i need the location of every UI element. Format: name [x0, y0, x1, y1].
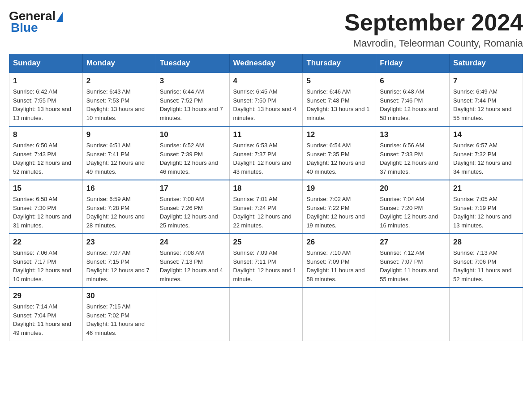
day-info: Sunrise: 7:08 AMSunset: 7:13 PMDaylight:… [160, 248, 226, 283]
day-info: Sunrise: 7:01 AMSunset: 7:24 PMDaylight:… [233, 195, 299, 230]
day-number: 7 [453, 77, 519, 86]
calendar-day-cell: 26 Sunrise: 7:10 AMSunset: 7:09 PMDaylig… [303, 234, 376, 287]
day-info: Sunrise: 6:46 AMSunset: 7:48 PMDaylight:… [306, 87, 372, 122]
calendar-table: SundayMondayTuesdayWednesdayThursdayFrid… [9, 54, 523, 341]
calendar-day-header: Monday [82, 54, 156, 73]
calendar-week-row: 8 Sunrise: 6:50 AMSunset: 7:43 PMDayligh… [9, 126, 523, 180]
day-number: 10 [160, 130, 226, 139]
calendar-day-cell: 9 Sunrise: 6:51 AMSunset: 7:41 PMDayligh… [82, 126, 156, 180]
day-number: 23 [86, 238, 152, 247]
calendar-day-cell: 3 Sunrise: 6:44 AMSunset: 7:52 PMDayligh… [156, 73, 229, 126]
month-title: September 2024 [344, 9, 523, 36]
day-info: Sunrise: 7:13 AMSunset: 7:06 PMDaylight:… [453, 248, 519, 283]
day-number: 28 [453, 238, 519, 247]
logo-blue-text: Blue [11, 21, 38, 34]
calendar-day-cell [303, 287, 376, 341]
calendar-day-cell: 16 Sunrise: 6:59 AMSunset: 7:28 PMDaylig… [82, 180, 156, 234]
calendar-day-cell: 25 Sunrise: 7:09 AMSunset: 7:11 PMDaylig… [229, 234, 303, 287]
calendar-day-cell [229, 287, 303, 341]
day-number: 1 [13, 77, 79, 86]
calendar-day-cell: 18 Sunrise: 7:01 AMSunset: 7:24 PMDaylig… [229, 180, 303, 234]
day-number: 2 [86, 77, 152, 86]
calendar-week-row: 15 Sunrise: 6:58 AMSunset: 7:30 PMDaylig… [9, 180, 523, 234]
calendar-day-cell: 5 Sunrise: 6:46 AMSunset: 7:48 PMDayligh… [303, 73, 376, 126]
day-info: Sunrise: 6:50 AMSunset: 7:43 PMDaylight:… [13, 141, 79, 176]
calendar-day-cell: 2 Sunrise: 6:43 AMSunset: 7:53 PMDayligh… [82, 73, 156, 126]
calendar-day-cell: 10 Sunrise: 6:52 AMSunset: 7:39 PMDaylig… [156, 126, 229, 180]
calendar-day-cell: 20 Sunrise: 7:04 AMSunset: 7:20 PMDaylig… [376, 180, 450, 234]
calendar-day-cell: 7 Sunrise: 6:49 AMSunset: 7:44 PMDayligh… [450, 73, 523, 126]
day-number: 24 [160, 238, 226, 247]
calendar-day-cell [450, 287, 523, 341]
day-number: 19 [306, 184, 372, 193]
logo-triangle-icon [56, 12, 63, 22]
day-info: Sunrise: 6:42 AMSunset: 7:55 PMDaylight:… [13, 87, 79, 122]
day-info: Sunrise: 7:04 AMSunset: 7:20 PMDaylight:… [380, 195, 446, 230]
calendar-day-cell: 19 Sunrise: 7:02 AMSunset: 7:22 PMDaylig… [303, 180, 376, 234]
title-section: September 2024 Mavrodin, Teleorman Count… [344, 9, 523, 49]
day-info: Sunrise: 6:45 AMSunset: 7:50 PMDaylight:… [233, 87, 299, 122]
day-info: Sunrise: 7:15 AMSunset: 7:02 PMDaylight:… [86, 302, 152, 337]
day-info: Sunrise: 7:07 AMSunset: 7:15 PMDaylight:… [86, 248, 152, 283]
day-info: Sunrise: 7:06 AMSunset: 7:17 PMDaylight:… [13, 248, 79, 283]
page-header: General Blue September 2024 Mavrodin, Te… [9, 9, 523, 49]
day-info: Sunrise: 6:49 AMSunset: 7:44 PMDaylight:… [453, 87, 519, 122]
calendar-day-cell: 12 Sunrise: 6:54 AMSunset: 7:35 PMDaylig… [303, 126, 376, 180]
day-info: Sunrise: 6:56 AMSunset: 7:33 PMDaylight:… [380, 141, 446, 176]
calendar-header-row: SundayMondayTuesdayWednesdayThursdayFrid… [9, 54, 523, 73]
calendar-day-header: Friday [376, 54, 450, 73]
day-number: 8 [13, 130, 79, 139]
calendar-day-cell [376, 287, 450, 341]
calendar-day-header: Tuesday [156, 54, 229, 73]
day-number: 3 [160, 77, 226, 86]
calendar-day-cell: 11 Sunrise: 6:53 AMSunset: 7:37 PMDaylig… [229, 126, 303, 180]
day-info: Sunrise: 7:05 AMSunset: 7:19 PMDaylight:… [453, 195, 519, 230]
day-info: Sunrise: 7:02 AMSunset: 7:22 PMDaylight:… [306, 195, 372, 230]
day-number: 27 [380, 238, 446, 247]
day-info: Sunrise: 6:48 AMSunset: 7:46 PMDaylight:… [380, 87, 446, 122]
day-info: Sunrise: 7:09 AMSunset: 7:11 PMDaylight:… [233, 248, 299, 283]
day-number: 22 [13, 238, 79, 247]
day-info: Sunrise: 7:10 AMSunset: 7:09 PMDaylight:… [306, 248, 372, 283]
calendar-day-cell: 21 Sunrise: 7:05 AMSunset: 7:19 PMDaylig… [450, 180, 523, 234]
calendar-day-cell: 28 Sunrise: 7:13 AMSunset: 7:06 PMDaylig… [450, 234, 523, 287]
day-number: 20 [380, 184, 446, 193]
day-info: Sunrise: 7:14 AMSunset: 7:04 PMDaylight:… [13, 302, 79, 337]
day-number: 14 [453, 130, 519, 139]
day-number: 25 [233, 238, 299, 247]
day-info: Sunrise: 6:43 AMSunset: 7:53 PMDaylight:… [86, 87, 152, 122]
calendar-day-cell: 24 Sunrise: 7:08 AMSunset: 7:13 PMDaylig… [156, 234, 229, 287]
calendar-day-cell: 15 Sunrise: 6:58 AMSunset: 7:30 PMDaylig… [9, 180, 83, 234]
calendar-day-cell: 13 Sunrise: 6:56 AMSunset: 7:33 PMDaylig… [376, 126, 450, 180]
calendar-day-cell: 14 Sunrise: 6:57 AMSunset: 7:32 PMDaylig… [450, 126, 523, 180]
day-info: Sunrise: 6:54 AMSunset: 7:35 PMDaylight:… [306, 141, 372, 176]
day-number: 5 [306, 77, 372, 86]
day-number: 13 [380, 130, 446, 139]
calendar-day-cell: 8 Sunrise: 6:50 AMSunset: 7:43 PMDayligh… [9, 126, 83, 180]
day-number: 11 [233, 130, 299, 139]
day-number: 30 [86, 291, 152, 300]
day-number: 4 [233, 77, 299, 86]
calendar-day-cell: 1 Sunrise: 6:42 AMSunset: 7:55 PMDayligh… [9, 73, 83, 126]
day-info: Sunrise: 7:12 AMSunset: 7:07 PMDaylight:… [380, 248, 446, 283]
day-info: Sunrise: 6:53 AMSunset: 7:37 PMDaylight:… [233, 141, 299, 176]
day-info: Sunrise: 6:52 AMSunset: 7:39 PMDaylight:… [160, 141, 226, 176]
day-number: 17 [160, 184, 226, 193]
day-number: 6 [380, 77, 446, 86]
day-info: Sunrise: 7:00 AMSunset: 7:26 PMDaylight:… [160, 195, 226, 230]
calendar-day-header: Wednesday [229, 54, 303, 73]
calendar-day-header: Sunday [9, 54, 83, 73]
calendar-day-cell: 4 Sunrise: 6:45 AMSunset: 7:50 PMDayligh… [229, 73, 303, 126]
calendar-day-cell [156, 287, 229, 341]
calendar-day-cell: 29 Sunrise: 7:14 AMSunset: 7:04 PMDaylig… [9, 287, 83, 341]
day-info: Sunrise: 6:51 AMSunset: 7:41 PMDaylight:… [86, 141, 152, 176]
day-number: 26 [306, 238, 372, 247]
calendar-day-cell: 27 Sunrise: 7:12 AMSunset: 7:07 PMDaylig… [376, 234, 450, 287]
day-number: 9 [86, 130, 152, 139]
day-info: Sunrise: 6:57 AMSunset: 7:32 PMDaylight:… [453, 141, 519, 176]
calendar-day-header: Saturday [450, 54, 523, 73]
calendar-day-cell: 17 Sunrise: 7:00 AMSunset: 7:26 PMDaylig… [156, 180, 229, 234]
calendar-week-row: 1 Sunrise: 6:42 AMSunset: 7:55 PMDayligh… [9, 73, 523, 126]
day-info: Sunrise: 6:59 AMSunset: 7:28 PMDaylight:… [86, 195, 152, 230]
day-number: 15 [13, 184, 79, 193]
